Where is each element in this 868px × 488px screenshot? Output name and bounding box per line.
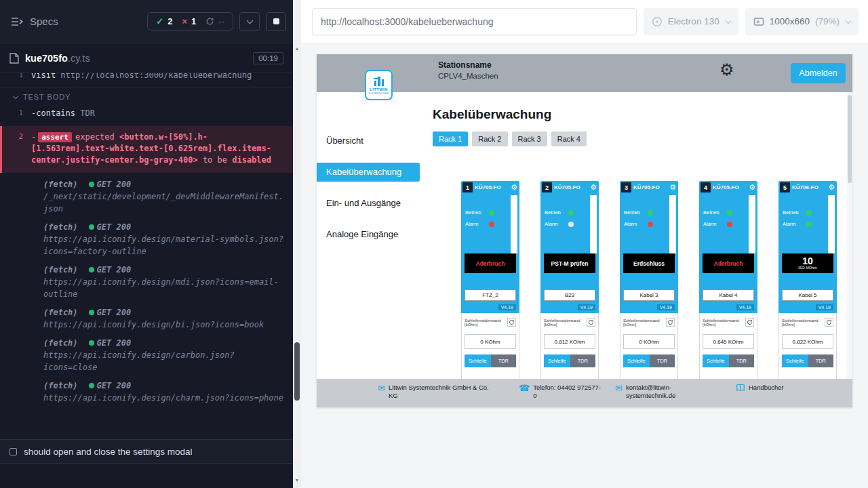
footer-item[interactable]: ✉ ☎ kontakt@littwin-systemtechnik.de — [615, 384, 691, 400]
fetch-status: GET 200 — [97, 180, 132, 189]
cable-graphic — [749, 195, 755, 253]
passed-check-icon: ✓ — [156, 16, 163, 26]
fetch-log-row[interactable]: (fetch)GET 200 https://api.iconify.desig… — [0, 306, 293, 337]
rack-tab[interactable]: Rack 3 — [512, 131, 547, 146]
scrollbar-thumb[interactable] — [294, 342, 300, 401]
card-number-badge: 3 — [621, 182, 631, 192]
viewport-select[interactable]: 1000x660 (79%) — [745, 8, 859, 35]
nav-item-label: Kabelüberwachung — [326, 167, 401, 177]
device-card: 4 KÜ705-FO ⚙ Betrieb Al — [699, 181, 757, 384]
fetch-label: (fetch) — [43, 222, 78, 232]
betrieb-led — [648, 210, 653, 216]
browser-label: Electron 130 — [668, 16, 719, 26]
cable-graphic — [669, 195, 676, 253]
nav-item[interactable]: Übersicht — [317, 131, 420, 150]
schleife-button[interactable]: Schleife — [465, 354, 491, 367]
fetch-status: GET 200 — [97, 265, 132, 274]
alarm-label: Alarm — [545, 221, 565, 227]
schleife-button[interactable]: Schleife — [623, 354, 650, 367]
specs-menu[interactable]: Specs — [11, 16, 58, 27]
spec-basename: kue705fo — [25, 53, 68, 64]
tdr-button[interactable]: TDR — [729, 354, 754, 367]
refresh-button[interactable] — [666, 318, 675, 327]
nav-item[interactable]: Ein- und Ausgänge — [317, 194, 420, 213]
fetch-log-row[interactable]: (fetch)GET 200 https://api.iconify.desig… — [0, 337, 293, 380]
section-label: TEST BODY — [23, 93, 71, 101]
next-test-row[interactable]: should open and close the settings modal — [0, 439, 293, 464]
fetch-log-row[interactable]: (fetch)GET 200 /_next/static/development… — [0, 178, 293, 221]
firmware-version: V4.19 — [736, 304, 754, 310]
scroll-down-arrow-icon[interactable]: ▼ — [293, 476, 301, 485]
refresh-button[interactable] — [507, 318, 516, 327]
logo-tower-icon — [372, 76, 386, 87]
cable-graphic — [590, 195, 597, 253]
cable-name: FTZ_2 — [465, 289, 516, 301]
reporter-scrollbar[interactable]: ▲ ▼ — [293, 0, 301, 488]
nav-item[interactable]: Analoge Eingänge — [317, 225, 420, 244]
schleife-button[interactable]: Schleife — [544, 354, 570, 367]
test-body-section[interactable]: TEST BODY — [0, 87, 293, 105]
fetch-status: GET 200 — [97, 338, 132, 348]
command-assert-failed[interactable]: 2 -assertexpected <button.w-[50%].h-[1.5… — [0, 126, 293, 173]
refresh-button[interactable] — [745, 318, 754, 327]
device-card-controls: Schleifenwiderstand [kOhm] 0 KOhm Schlei… — [620, 313, 678, 384]
app-scrollbar-thumb[interactable] — [848, 95, 852, 183]
chevron-down-icon — [725, 18, 730, 23]
nav-item[interactable]: Kabelüberwachung — [317, 163, 420, 182]
schleife-button[interactable]: Schleife — [782, 354, 808, 367]
tdr-button[interactable]: TDR — [650, 354, 675, 367]
logout-button[interactable]: Abmelden — [791, 63, 846, 83]
fetch-label: (fetch) — [43, 308, 78, 317]
collapse-reporter-button[interactable] — [239, 12, 260, 31]
settings-gear-icon[interactable]: ⚙ — [719, 62, 734, 78]
device-model: KÜ705-FO — [554, 184, 588, 190]
loop-resistance-label: Schleifenwiderstand [kOhm] — [465, 319, 507, 327]
tdr-button[interactable]: TDR — [491, 354, 516, 367]
rack-tab[interactable]: Rack 1 — [433, 131, 468, 146]
url-bar[interactable] — [312, 8, 637, 35]
status-text: Aderbruch — [714, 260, 743, 267]
chevron-down-icon — [246, 17, 253, 24]
rack-tab[interactable]: Rack 2 — [472, 131, 507, 146]
app-footer: ✉ ☎ Littwin Systemtechnik GmbH & Co. KG … — [317, 379, 852, 407]
betrieb-label: Betrieb — [624, 209, 644, 216]
betrieb-label: Betrieb — [465, 209, 486, 216]
refresh-button[interactable] — [825, 318, 833, 327]
spec-header: kue705fo.cy.ts 00:19 — [0, 43, 293, 73]
command-contains[interactable]: 1 -contains TDR — [0, 105, 293, 122]
footer-item[interactable]: ✉ ☎ Handbücher — [736, 384, 784, 392]
fetch-log-row[interactable]: (fetch)GET 200 https://api.iconify.desig… — [0, 380, 293, 410]
refresh-button[interactable] — [587, 318, 595, 327]
card-gear-icon[interactable]: ⚙ — [669, 184, 676, 191]
fetch-url: https://api.iconify.design/bi.json?icons… — [43, 319, 285, 331]
tdr-button[interactable]: TDR — [808, 354, 833, 367]
scroll-up-arrow-icon[interactable]: ▲ — [293, 45, 301, 53]
command-visit[interactable]: 1 visit http://localhost:3000/kabelueber… — [0, 73, 293, 84]
schleife-button[interactable]: Schleife — [703, 354, 729, 367]
alarm-led — [648, 222, 653, 227]
command-number: 1 — [0, 108, 31, 119]
status-display: Aderbruch — [703, 253, 754, 273]
card-gear-icon[interactable]: ⚙ — [511, 184, 517, 191]
card-gear-icon[interactable]: ⚙ — [828, 184, 835, 191]
fetch-url: https://api.iconify.design/material-symb… — [43, 233, 285, 258]
card-gear-icon[interactable]: ⚙ — [749, 184, 755, 191]
footer-item[interactable]: ✉ ☎ Littwin Systemtechnik GmbH & Co. KG — [378, 384, 490, 400]
footer-item[interactable]: ✉ ☎ Telefon: 04402 972577-0 — [519, 384, 604, 400]
spec-name[interactable]: kue705fo.cy.ts — [25, 53, 90, 64]
fetch-log-row[interactable]: (fetch)GET 200 https://api.iconify.desig… — [0, 221, 293, 264]
failed-stat: ×1 — [182, 16, 197, 26]
fetch-log-row[interactable]: (fetch)GET 200 https://api.iconify.desig… — [0, 264, 293, 306]
tdr-button[interactable]: TDR — [570, 354, 595, 367]
stop-tests-button[interactable] — [266, 12, 286, 31]
aut-toolbar: Electron 130 1000x660 (79%) — [301, 0, 868, 43]
browser-select[interactable]: Electron 130 — [644, 8, 738, 35]
alarm-led-row: Alarm — [545, 221, 574, 227]
card-gear-icon[interactable]: ⚙ — [590, 184, 597, 191]
rack-tab[interactable]: Rack 4 — [551, 131, 587, 146]
firmware-version: V4.19 — [816, 304, 833, 310]
fetch-url: https://api.iconify.design/mdi.json?icon… — [43, 276, 285, 300]
app-scrollbar[interactable] — [847, 92, 852, 379]
logo-text: LITTWIN — [370, 87, 387, 92]
alarm-led-row: Alarm — [465, 221, 494, 227]
